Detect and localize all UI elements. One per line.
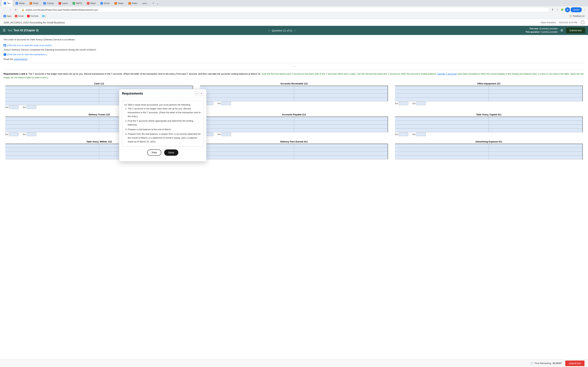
t-accounts-grid: Cash 111 (3, 82, 585, 159)
tab-pears-label: Pears (33, 2, 38, 5)
extensions-icon[interactable]: 🧩 (560, 7, 564, 12)
t-account-ar: Accounts Receivable 112 (200, 82, 388, 109)
tab-favicon-inbox: M (87, 2, 89, 5)
tab-inbox[interactable]: M Inbox (85, 0, 98, 6)
bal-label-left: Bal (5, 106, 8, 108)
ta-row (395, 156, 582, 159)
modal-item-4: Prepare from the trial balance, in prope… (128, 132, 201, 144)
ta-cell (489, 152, 582, 156)
tab-ecom[interactable]: e eCom (98, 0, 112, 6)
ta-cell (5, 125, 99, 128)
prev-question-button[interactable]: ‹ (269, 29, 270, 32)
bal-input-right[interactable] (26, 106, 36, 109)
transactions-link-container: i (Click the icon to view the transactio… (3, 53, 585, 56)
t-account-capital: Tabir Avery, Capital 311 (395, 113, 583, 136)
bal-input-left-cap[interactable] (399, 133, 408, 136)
tab-menu-button[interactable]: ⌄ (156, 1, 159, 5)
t-account-ar-body (200, 86, 388, 101)
bal-input-left[interactable] (9, 106, 18, 109)
apps-favicon: ⊞ (3, 15, 6, 17)
ta-cell (395, 117, 489, 121)
bal-input-right-oe[interactable] (416, 102, 426, 105)
t-account-oe-body (395, 86, 583, 101)
tab-active[interactable]: T Te× (1, 0, 13, 6)
ta-row (200, 152, 388, 156)
tab-course[interactable]: C Course (41, 0, 56, 6)
question-points-row: This question: 5 point(s) possible (526, 30, 558, 34)
tab-more[interactable]: more... (140, 0, 150, 6)
transactions-link[interactable]: i (Click the icon to view the transactio… (3, 53, 47, 56)
next-question-button[interactable]: › (294, 29, 295, 32)
refresh-button[interactable]: ↻ (13, 7, 18, 12)
ta-cell (395, 121, 489, 125)
help-button[interactable]: ? (581, 20, 585, 24)
requirements-link[interactable]: requirements (14, 58, 28, 60)
ta-cell (489, 121, 582, 125)
address-bar[interactable]: 🔒 mathxl.com/Student/PlayerTest.aspx?tes… (19, 7, 549, 12)
tab-mgt[interactable]: M MGT2 (70, 0, 84, 6)
transactions-link-text: (Click the icon to view the transactions… (7, 53, 47, 56)
t-account-ar-title: Accounts Receivable 112 (200, 82, 388, 86)
tab-home-label: Home (19, 2, 25, 5)
sample-t-accounts-link[interactable]: Sample T accounts (437, 73, 457, 75)
requirements-modal: Requirements — × As Tabir's newly hired … (119, 89, 207, 161)
tab-pears[interactable]: P Pears (27, 0, 41, 6)
tab-launch[interactable]: L Launc (56, 0, 70, 6)
ta-cell (5, 148, 99, 152)
bal-input-right-ap[interactable] (221, 133, 231, 136)
ta-cell (489, 94, 582, 98)
bal-input-left-dt[interactable] (9, 133, 18, 136)
download-icon[interactable]: ⬇ (550, 7, 554, 12)
tab-pears2[interactable]: P Pears (112, 0, 126, 6)
tab-course-label: Course (47, 2, 54, 5)
tab-favicon-home: A (16, 2, 18, 5)
ta-cell (5, 144, 99, 148)
bal-input-right-ar[interactable] (221, 102, 231, 105)
app-title: 22W_ACC0014_O2O Accounting for Small Bus… (3, 21, 541, 24)
submit-test-button[interactable]: Submit test (566, 28, 585, 33)
this-test-points: 25 point(s) possible (539, 27, 558, 30)
ta-row (395, 152, 582, 156)
settings-button[interactable]: ⚙ (560, 28, 563, 32)
modal-minimize-button[interactable]: — (194, 92, 199, 96)
ta-cell (294, 125, 388, 128)
ta-cell (5, 156, 99, 159)
bookmark-web[interactable]: 🌐 | (41, 14, 47, 18)
reading-list-button[interactable]: 📋 Reading List (568, 14, 586, 18)
profile-button[interactable]: D (565, 7, 570, 12)
bal-input-right-cap[interactable] (416, 133, 426, 136)
menu-icon[interactable]: ⋮ (582, 7, 587, 12)
ta-cell (200, 86, 294, 90)
tab-home[interactable]: A Home (13, 0, 27, 6)
menu-button[interactable]: ☰ (3, 28, 6, 32)
ta-cell (294, 98, 388, 101)
bal-input-right-dt[interactable] (26, 133, 36, 136)
modal-close-button[interactable]: × (199, 92, 204, 96)
ta-cell (395, 90, 489, 94)
bookmark-icon[interactable]: ☆ (555, 7, 560, 12)
modal-item-1: The T accounts in the ledger have been s… (128, 107, 201, 118)
bal-input-left-oe[interactable] (399, 102, 408, 105)
forward-button[interactable]: → (7, 7, 12, 12)
print-button[interactable]: Print (147, 150, 161, 156)
bookmark-youtube[interactable]: ▶ YouTube (26, 14, 40, 18)
ta-cell (200, 144, 294, 148)
this-question-label: This question: (526, 31, 540, 33)
grid-icon (3, 44, 6, 47)
tab-favicon-pears2: P (114, 2, 117, 5)
drag-handle: • • • (3, 65, 585, 68)
update-button[interactable]: Update (571, 7, 582, 12)
done-button[interactable]: Done (164, 150, 178, 156)
t-account-adv-body (395, 144, 583, 159)
back-button[interactable]: ← (1, 7, 6, 12)
bookmark-apps[interactable]: ⊞ Apps (2, 14, 13, 18)
ta-cell (489, 128, 582, 132)
tab-favicon: T (4, 2, 6, 5)
tab-bar: T Te× A Home P Pears C Course L Launc M … (0, 0, 588, 6)
bookmark-gmail[interactable]: M Gmail (13, 14, 25, 18)
chart-of-accounts-link[interactable]: (Click the icon to view the chart of acc… (3, 44, 52, 47)
tab-pears3[interactable]: P Pears (126, 0, 140, 6)
question-nav: ‹ Question 21 of 21 › (269, 29, 295, 32)
new-tab-button[interactable]: + (151, 1, 156, 6)
ta-cell (294, 128, 388, 132)
